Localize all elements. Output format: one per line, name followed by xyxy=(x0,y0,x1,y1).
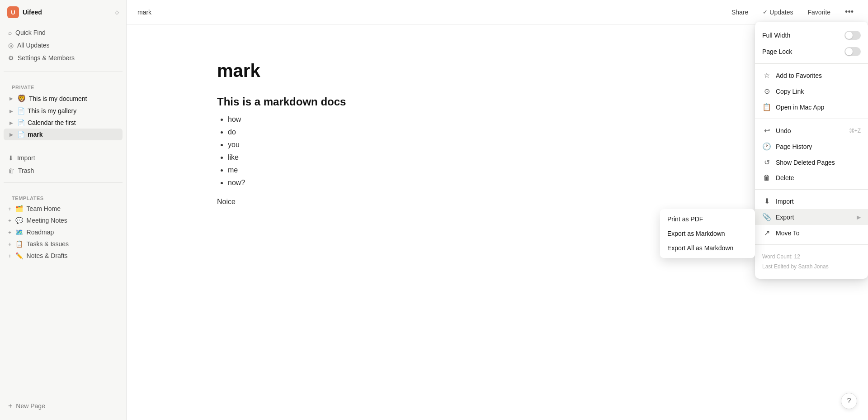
notion-icon: 📋 xyxy=(762,103,771,111)
dropdown-divider-1 xyxy=(755,63,868,64)
add-favorites-item[interactable]: ☆ Add to Favorites xyxy=(755,67,868,83)
template-team-home[interactable]: + 🗂️ Team Home xyxy=(4,203,123,215)
dropdown-divider-3 xyxy=(755,189,868,190)
document-title: mark xyxy=(217,61,778,81)
dropdown-divider-4 xyxy=(755,244,868,245)
sidebar-import-label: Import xyxy=(17,154,35,162)
sidebar-nav: ⌕ Quick Find ◎ All Updates ⚙ Settings & … xyxy=(0,24,126,66)
page-lock-toggle[interactable] xyxy=(844,47,861,56)
plus-icon-2: + xyxy=(8,217,12,224)
new-page-label: New Page xyxy=(16,402,45,410)
export-item[interactable]: 📎 Export ▶ Print as PDF Export as Markdo… xyxy=(755,209,868,225)
workspace-icon: U xyxy=(7,6,19,18)
print-pdf-item[interactable]: Print as PDF xyxy=(660,212,755,226)
undo-label: Undo xyxy=(776,127,791,134)
star-icon: ☆ xyxy=(762,71,771,80)
dropdown-divider-2 xyxy=(755,119,868,119)
bullet-list: how do you like me now? xyxy=(217,115,778,187)
list-item: like xyxy=(228,153,778,162)
export-all-markdown-item[interactable]: Export All as Markdown xyxy=(660,241,755,255)
new-page-plus-icon: + xyxy=(8,402,12,410)
print-pdf-label: Print as PDF xyxy=(667,215,703,223)
toolbar: mark Share ✓ Updates Favorite ••• xyxy=(127,0,868,24)
plus-icon-4: + xyxy=(8,241,12,248)
template-meeting-notes-label: Meeting Notes xyxy=(27,217,67,224)
sidebar-divider-2 xyxy=(4,146,123,146)
dropdown-footer: Word Count: 12 Last Edited by Sarah Jona… xyxy=(755,248,868,273)
undo-item[interactable]: ↩ Undo ⌘+Z xyxy=(755,123,868,138)
import-trash-section: ⬇ Import 🗑 Trash xyxy=(0,152,126,177)
share-label: Share xyxy=(731,9,748,16)
sidebar-divider-3 xyxy=(4,182,123,183)
export-all-markdown-label: Export All as Markdown xyxy=(667,244,733,252)
sidebar-page-doc3-label: Calendar the first xyxy=(28,119,76,126)
favorite-label: Favorite xyxy=(808,9,831,16)
meeting-notes-emoji: 💬 xyxy=(15,217,23,224)
breadcrumb-title: mark xyxy=(137,9,151,16)
delete-label: Delete xyxy=(776,174,794,181)
sidebar-page-doc2-label: This is my gallery xyxy=(28,107,76,115)
chevron-right-icon-3: ▶ xyxy=(8,120,14,125)
template-team-home-label: Team Home xyxy=(27,205,61,212)
move-to-item[interactable]: ↗ Move To xyxy=(755,225,868,241)
export-markdown-item[interactable]: Export as Markdown xyxy=(660,226,755,241)
template-notes[interactable]: + ✏️ Notes & Drafts xyxy=(4,250,123,262)
doc1-icon: 🦁 xyxy=(17,94,26,103)
templates-section: Templates + 🗂️ Team Home + 💬 Meeting Not… xyxy=(0,188,126,262)
list-item: do xyxy=(228,128,778,136)
sidebar-divider-1 xyxy=(4,72,123,72)
updates-icon: ◎ xyxy=(8,42,14,49)
template-notes-label: Notes & Drafts xyxy=(27,252,68,259)
templates-section-label: Templates xyxy=(4,188,123,203)
word-count-text: Word Count: 12 xyxy=(762,252,861,262)
open-mac-app-label: Open in Mac App xyxy=(776,104,824,111)
full-width-toggle-row[interactable]: Full Width xyxy=(755,27,868,43)
sidebar-item-settings[interactable]: ⚙ Settings & Members xyxy=(4,52,123,64)
template-tasks[interactable]: + 📋 Tasks & Issues xyxy=(4,238,123,250)
share-button[interactable]: Share xyxy=(728,7,752,18)
doc2-icon: 📄 xyxy=(17,107,25,115)
page-history-item[interactable]: 🕐 Page History xyxy=(755,138,868,154)
page-lock-toggle-row[interactable]: Page Lock xyxy=(755,43,868,60)
sidebar-item-quick-find[interactable]: ⌕ Quick Find xyxy=(4,26,123,39)
sidebar-item-import[interactable]: ⬇ Import xyxy=(4,152,123,164)
chevron-right-icon-2: ▶ xyxy=(8,109,14,114)
more-options-button[interactable]: ••• xyxy=(841,5,857,19)
sidebar-page-doc3[interactable]: ▶ 📄 Calendar the first xyxy=(4,117,123,129)
workspace-header[interactable]: U Uifeed ◇ xyxy=(0,0,126,24)
toolbar-left: mark xyxy=(137,9,151,16)
sidebar-item-settings-label: Settings & Members xyxy=(18,54,75,62)
template-roadmap[interactable]: + 🗺️ Roadmap xyxy=(4,226,123,238)
help-button[interactable]: ? xyxy=(841,393,857,409)
list-item: now? xyxy=(228,179,778,187)
restore-icon: ↺ xyxy=(762,158,771,167)
plus-icon-3: + xyxy=(8,229,12,236)
toolbar-right: Share ✓ Updates Favorite ••• xyxy=(728,5,857,19)
sidebar-item-all-updates[interactable]: ◎ All Updates xyxy=(4,39,123,52)
check-icon: ✓ xyxy=(763,9,768,15)
copy-link-item[interactable]: ⊙ Copy Link xyxy=(755,83,868,99)
more-dots-icon: ••• xyxy=(845,7,854,16)
export-icon: 📎 xyxy=(762,213,771,221)
updates-button[interactable]: ✓ Updates xyxy=(759,7,797,18)
template-meeting-notes[interactable]: + 💬 Meeting Notes xyxy=(4,215,123,226)
list-item: how xyxy=(228,115,778,124)
open-mac-app-item[interactable]: 📋 Open in Mac App xyxy=(755,99,868,115)
search-icon: ⌕ xyxy=(8,29,12,36)
full-width-toggle[interactable] xyxy=(844,31,861,40)
sidebar-page-doc4[interactable]: ▶ 📄 mark xyxy=(4,129,123,140)
import-icon: ⬇ xyxy=(8,154,14,162)
list-item: me xyxy=(228,166,778,174)
new-page-button[interactable]: + New Page xyxy=(0,399,126,413)
import-item[interactable]: ⬇ Import xyxy=(755,193,868,209)
delete-item[interactable]: 🗑 Delete xyxy=(755,170,868,186)
help-icon: ? xyxy=(847,397,851,405)
sidebar-page-doc1[interactable]: ▶ 🦁 This is my document xyxy=(4,92,123,105)
sidebar-item-trash[interactable]: 🗑 Trash xyxy=(4,164,123,177)
export-markdown-label: Export as Markdown xyxy=(667,230,725,237)
sidebar-page-doc2[interactable]: ▶ 📄 This is my gallery xyxy=(4,105,123,117)
favorite-button[interactable]: Favorite xyxy=(804,7,835,18)
show-deleted-item[interactable]: ↺ Show Deleted Pages xyxy=(755,154,868,170)
chevron-right-icon: ▶ xyxy=(8,96,14,101)
document-text: Noice xyxy=(217,198,778,206)
